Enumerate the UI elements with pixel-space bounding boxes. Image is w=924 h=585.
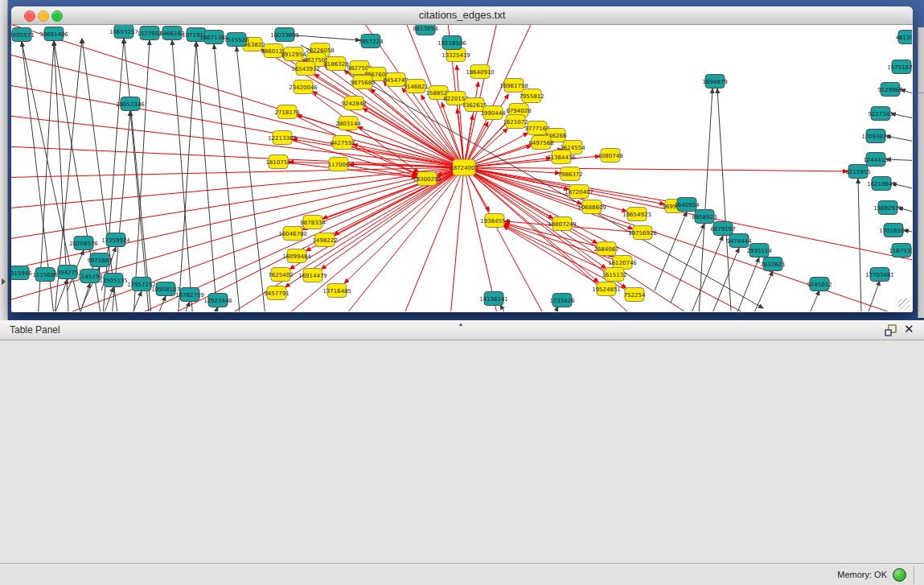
network-canvas[interactable]: 1872400718300295193845547963822886012889… (11, 25, 912, 311)
network-node[interactable]: 7955812 (519, 89, 544, 103)
network-node[interactable]: 6466162 (159, 27, 184, 40)
network-node[interactable]: 14136141 (479, 292, 508, 306)
node-label: 9227343 (868, 111, 893, 117)
table-panel-header[interactable]: Table Panel ▴ ✕ (0, 320, 924, 340)
network-node[interactable]: 9245012 (807, 278, 832, 291)
network-node[interactable]: 16046780 (278, 227, 307, 241)
network-node[interactable]: 1810755 (265, 155, 290, 169)
network-node[interactable]: 7515526 (224, 33, 249, 47)
window-title: citations_edges.txt (11, 9, 913, 21)
network-node[interactable]: 15692971 (873, 201, 902, 215)
network-node[interactable]: 9227343 (868, 107, 893, 121)
network-edge-red (322, 167, 464, 269)
node-label: 117006 (328, 162, 350, 168)
network-node[interactable]: 6497568 (528, 136, 553, 150)
network-node[interactable]: 6679197 (710, 222, 735, 236)
network-node[interactable]: 10688609 (577, 200, 606, 214)
network-node[interactable]: 17016504 (879, 224, 908, 237)
network-node[interactable]: 9242848 (341, 97, 366, 110)
network-node[interactable]: 4813054 (895, 31, 912, 44)
network-node[interactable]: 3915946 (11, 266, 32, 280)
status-bar: Memory: OK (0, 563, 924, 585)
network-node[interactable]: 8813054 (413, 25, 438, 35)
network-node[interactable]: 20206576 (69, 237, 98, 250)
network-node[interactable]: 13716485 (322, 284, 351, 298)
network-node[interactable]: 12093872 (861, 130, 890, 143)
network-node[interactable]: 8427552 (330, 136, 355, 150)
window-titlebar[interactable]: citations_edges.txt (11, 6, 913, 25)
memory-ok-indicator-icon[interactable] (893, 568, 906, 582)
network-node[interactable]: 13325419 (441, 48, 470, 62)
close-panel-icon[interactable]: ✕ (904, 322, 914, 336)
network-edge (534, 307, 558, 311)
network-node[interactable]: 2405571 (11, 28, 35, 42)
network-node[interactable]: 8912954 (281, 47, 306, 61)
network-graph[interactable]: 1872400718300295193845547963822886012889… (11, 25, 912, 311)
network-edge-red (11, 167, 464, 274)
network-node[interactable]: 2935114 (746, 244, 772, 257)
network-node[interactable]: 19654923 (622, 208, 651, 221)
network-node[interactable]: 8186328 (323, 57, 348, 71)
network-node[interactable]: 752254 (624, 288, 646, 302)
network-node[interactable]: 1244415 (863, 153, 888, 167)
node-label: 16782759 (175, 292, 204, 299)
network-node[interactable]: 1167533 (889, 244, 912, 257)
network-node[interactable]: 16914479 (298, 269, 327, 282)
network-node[interactable]: 9457791 (264, 286, 289, 300)
network-node[interactable]: 16099484 (282, 249, 311, 263)
network-node[interactable]: 9129966 (877, 83, 903, 97)
network-node[interactable]: 8958923 (692, 210, 717, 224)
node-label: 23420046 (289, 84, 318, 91)
network-node[interactable]: 1498222 (312, 233, 337, 247)
network-node[interactable]: 8215955 (845, 165, 870, 179)
network-node[interactable]: 1990448 (480, 106, 505, 120)
network-node[interactable]: 18724007 (450, 159, 478, 175)
network-node[interactable]: 19756928 (628, 226, 657, 240)
network-node[interactable]: 10653257 (109, 25, 138, 39)
node-label: 2803144 (335, 121, 361, 127)
network-node[interactable]: 8878334 (300, 216, 326, 229)
float-panel-icon[interactable] (885, 323, 897, 336)
network-node[interactable]: 117006 (328, 158, 350, 171)
node-label: 12213389 (268, 135, 297, 142)
network-node[interactable]: 2803144 (335, 117, 361, 130)
network-node[interactable]: 2718176 (274, 105, 300, 119)
network-node[interactable]: 9146821 (403, 80, 428, 93)
network-node[interactable]: 1894879 (702, 75, 727, 89)
network-node[interactable]: 9875685 (350, 76, 375, 89)
network-node[interactable]: 18640910 (466, 65, 495, 79)
splitter-handle-icon[interactable]: ▴ (459, 320, 462, 328)
network-node[interactable]: 16120746 (608, 256, 637, 270)
network-node[interactable]: 16033809 (270, 28, 299, 42)
network-node[interactable]: 9474444 (726, 234, 752, 248)
network-node[interactable]: 18807249 (548, 217, 577, 231)
network-edge-red (464, 156, 600, 167)
network-node[interactable]: 1080748 (598, 149, 622, 163)
node-label: 2684067 (593, 246, 618, 253)
network-node[interactable]: 7632621 (760, 257, 785, 271)
network-node[interactable]: 7857224 (358, 35, 384, 48)
window-resize-grip[interactable] (898, 299, 910, 310)
network-node[interactable]: 16210643 (867, 177, 896, 191)
network-node[interactable]: 12923446 (203, 294, 232, 307)
network-node[interactable]: 2684067 (593, 242, 618, 256)
network-node[interactable]: 7625402 (268, 268, 293, 282)
network-edge (856, 281, 880, 311)
panel-expander-arrow-icon[interactable] (2, 278, 6, 285)
network-node[interactable]: 7986372 (557, 167, 582, 181)
network-node[interactable]: 17359924 (101, 233, 130, 247)
network-node[interactable]: 17703481 (865, 268, 894, 282)
network-node[interactable]: 30691406 (39, 27, 68, 41)
network-node[interactable]: 1640954 (674, 198, 700, 212)
network-node[interactable]: 1527602 (137, 27, 162, 40)
node-label: 2405571 (11, 32, 35, 39)
network-node[interactable]: 15751074 (887, 60, 912, 74)
node-label: 21364436 (547, 154, 576, 161)
network-node[interactable]: 9975887 (87, 253, 112, 267)
node-label: 8215955 (845, 169, 870, 175)
network-node[interactable]: 19218506 (437, 36, 466, 50)
network-node[interactable]: 1733426 (549, 294, 575, 307)
network-edge (655, 212, 687, 290)
network-edge-red (11, 113, 464, 167)
network-node[interactable]: 1615132 (602, 268, 626, 282)
